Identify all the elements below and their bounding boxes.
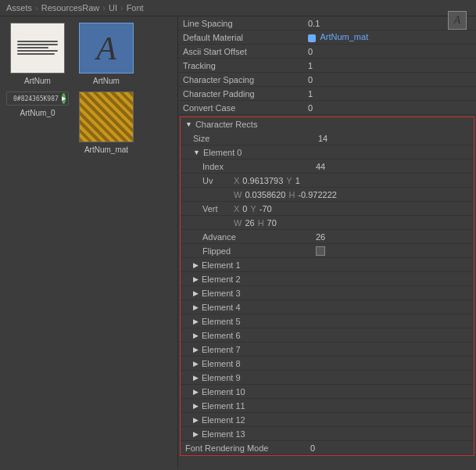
char-rects-title: Character Rects [195, 120, 257, 129]
tracking-value[interactable]: 1 [308, 61, 471, 70]
material-icon [308, 34, 316, 42]
default-material-value[interactable]: ArtNum_mat [308, 32, 471, 41]
text-line-1 [17, 41, 58, 42]
prop-convert-case: Convert Case 0 [178, 101, 476, 115]
element-collapsed-row[interactable]: ▶ Element 6 [181, 328, 474, 343]
asset-artnum-selected[interactable]: A ArtNum [75, 23, 138, 85]
properties-panel: Line Spacing 0.1 Default Material ArtNum… [178, 16, 476, 469]
play-button[interactable]: ▶ [62, 93, 66, 104]
element-collapsed-row[interactable]: ▶ Element 9 [181, 371, 474, 385]
breadcrumb-font[interactable]: Font [127, 3, 144, 13]
vert-w-coord: W [234, 218, 242, 228]
element-arrow: ▶ [193, 275, 199, 283]
prop-char-padding: Character Padding 1 [178, 87, 476, 101]
element-label: Element 9 [202, 373, 241, 382]
flipped-checkbox[interactable] [316, 246, 325, 256]
element-collapsed-row[interactable]: ▶ Element 8 [181, 357, 474, 371]
tracking-label: Tracking [183, 61, 308, 70]
element-label: Element 1 [202, 260, 241, 270]
breadcrumb-sep3: › [120, 3, 123, 13]
prop-default-material: Default Material ArtNum_mat [178, 30, 476, 45]
element-collapsed-row[interactable]: ▶ Element 3 [181, 286, 474, 300]
vert-h-val[interactable]: 70 [267, 218, 277, 228]
font-rendering-label: Font Rendering Mode [185, 443, 310, 453]
size-label: Size [193, 134, 318, 143]
breadcrumb-sep2: › [102, 3, 106, 13]
element-collapsed-row[interactable]: ▶ Element 13 [181, 427, 474, 441]
uv-w-coord: W [234, 190, 242, 199]
breadcrumb-resources[interactable]: ResourcesRaw [41, 3, 100, 13]
breadcrumb-assets[interactable]: Assets [6, 3, 32, 13]
element-label: Element 10 [202, 387, 245, 396]
prop-index: Index 44 [181, 160, 474, 174]
asset-artnum-mat-thumb [79, 91, 134, 142]
ascii-start-value[interactable]: 0 [308, 47, 471, 56]
ascii-start-label: Ascii Start Offset [183, 47, 308, 56]
asset-artnum[interactable]: ArtNum [6, 23, 69, 85]
char-spacing-value[interactable]: 0 [308, 75, 471, 84]
default-material-label: Default Material [183, 33, 308, 42]
index-label: Index [202, 162, 316, 171]
element-collapsed-row[interactable]: ▶ Element 11 [181, 399, 474, 413]
element-collapsed-row[interactable]: ▶ Element 4 [181, 300, 474, 314]
asset-artnum-selected-label: ArtNum [93, 77, 120, 85]
size-value[interactable]: 14 [318, 134, 469, 143]
element-collapsed-row[interactable]: ▶ Element 12 [181, 413, 474, 427]
vert-w-val[interactable]: 26 [245, 218, 254, 228]
element-label: Element 6 [202, 331, 241, 340]
element-arrow: ▶ [193, 402, 199, 410]
advance-value[interactable]: 26 [316, 232, 469, 242]
uv-x-coord: X [234, 176, 239, 185]
element-collapsed-row[interactable]: ▶ Element 5 [181, 314, 474, 328]
char-rects-header[interactable]: ▼ Character Rects [181, 117, 474, 131]
asset-artnum0[interactable]: 0#824365K987 ▶ ArtNum_0 [6, 91, 69, 154]
element-collapsed-row[interactable]: ▶ Element 2 [181, 272, 474, 286]
other-elements: ▶ Element 1 ▶ Element 2 ▶ Element 3 ▶ El… [181, 258, 474, 441]
prop-vert-2: W 26 H 70 [181, 216, 474, 230]
prop-flipped: Flipped [181, 244, 474, 258]
uv-x-val[interactable]: 0.9613793 [242, 176, 283, 185]
convert-case-label: Convert Case [183, 103, 308, 113]
font-rendering-value[interactable]: 0 [310, 443, 469, 453]
index-value[interactable]: 44 [316, 162, 469, 171]
element-0-row[interactable]: ▼ Element 0 [181, 145, 474, 160]
uv-y-val[interactable]: 1 [295, 176, 300, 185]
text-line-4 [17, 50, 58, 52]
element-arrow: ▶ [193, 374, 199, 382]
vert-x-val[interactable]: 0 [242, 204, 247, 213]
element-collapsed-row[interactable]: ▶ Element 10 [181, 385, 474, 399]
element-arrow: ▶ [193, 416, 199, 424]
vert-wh-values: W 26 H 70 [234, 218, 277, 228]
element-label: Element 7 [202, 345, 241, 354]
uv-wh-values: W 0.0358620 H -0.972222 [234, 190, 337, 199]
vert-y-val[interactable]: -70 [259, 204, 272, 213]
prop-size: Size 14 [181, 131, 474, 145]
prop-uv-1: Uv X 0.9613793 Y 1 [181, 174, 474, 188]
asset-browser: ArtNum A ArtNum 0#824365K987 ▶ [0, 16, 178, 469]
breadcrumb-ui[interactable]: UI [109, 3, 117, 13]
prop-tracking: Tracking 1 [178, 59, 476, 73]
element-label: Element 8 [202, 359, 241, 368]
asset-artnum-mat-label: ArtNum_mat [84, 145, 128, 154]
uv-y-coord: Y [286, 176, 292, 185]
prop-uv-2: W 0.0358620 H -0.972222 [181, 188, 474, 202]
vert-label: Vert [202, 204, 234, 213]
color-indicator[interactable]: 0#824365K987 ▶ [6, 91, 69, 106]
convert-case-value[interactable]: 0 [308, 103, 471, 113]
uv-w-val[interactable]: 0.0358620 [245, 190, 285, 199]
line-spacing-value[interactable]: 0.1 [308, 19, 471, 28]
asset-artnum-label: ArtNum [24, 77, 51, 85]
element-collapsed-row[interactable]: ▶ Element 1 [181, 258, 474, 272]
vert-xy-values: X 0 Y -70 [234, 204, 272, 213]
asset-artnum-thumb [10, 23, 65, 74]
text-line-5 [17, 53, 55, 55]
prop-advance: Advance 26 [181, 230, 474, 244]
element-label: Element 11 [202, 401, 245, 411]
char-spacing-label: Character Spacing [183, 75, 308, 84]
asset-artnum-mat[interactable]: ArtNum_mat [75, 91, 138, 154]
element-collapsed-row[interactable]: ▶ Element 7 [181, 343, 474, 357]
advance-label: Advance [202, 232, 316, 242]
uv-h-val[interactable]: -0.972222 [298, 190, 337, 199]
element-label: Element 4 [202, 303, 241, 312]
char-padding-value[interactable]: 1 [308, 89, 471, 99]
